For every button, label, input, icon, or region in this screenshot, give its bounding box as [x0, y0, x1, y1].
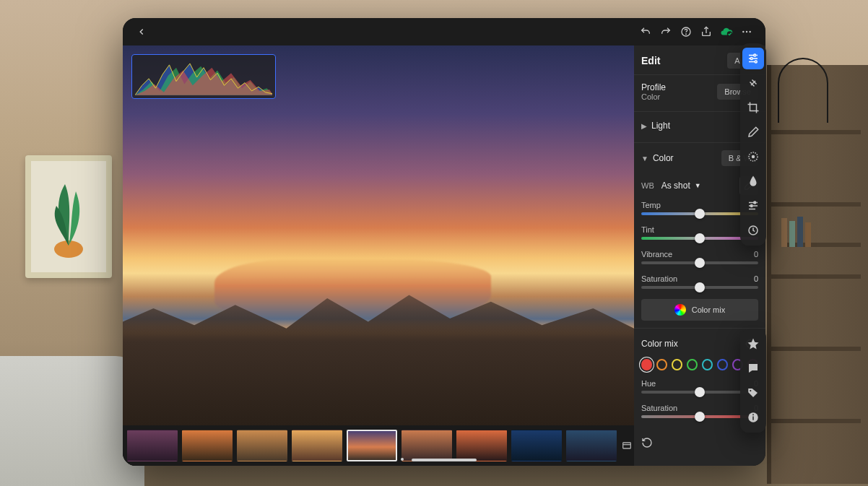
- filmstrip: [123, 425, 634, 466]
- slider-knob[interactable]: [695, 282, 705, 292]
- saturation-label: Saturation: [641, 274, 677, 283]
- color-section-toggle[interactable]: ▼ Color: [641, 153, 674, 163]
- back-button[interactable]: [131, 22, 152, 42]
- tool-comments[interactable]: [742, 357, 764, 379]
- slider-knob[interactable]: [695, 412, 705, 422]
- canvas-column: [123, 45, 634, 466]
- filmstrip-thumb[interactable]: [402, 430, 452, 461]
- tool-keywords[interactable]: [742, 382, 764, 404]
- colormix-title: Color mix: [641, 339, 678, 349]
- more-options-button[interactable]: [737, 22, 757, 42]
- crop-icon: [747, 101, 760, 114]
- filmstrip-thumb[interactable]: [292, 430, 342, 461]
- light-section-title: Light: [651, 121, 670, 131]
- histogram-chart: [135, 58, 272, 95]
- plant-illustration: [43, 173, 94, 260]
- colormix-button-label: Color mix: [692, 305, 725, 314]
- color-swatch[interactable]: [687, 359, 698, 370]
- tool-adjust[interactable]: [742, 48, 764, 69]
- histogram-overlay[interactable]: [131, 54, 276, 99]
- tool-presets[interactable]: [742, 170, 764, 192]
- healing-icon: [747, 77, 760, 90]
- reset-button[interactable]: [634, 433, 765, 455]
- color-section-title: Color: [653, 153, 674, 163]
- svg-point-4: [742, 31, 744, 32]
- colormix-button[interactable]: Color mix: [641, 299, 758, 321]
- tool-masking[interactable]: [742, 121, 764, 143]
- svg-point-16: [750, 205, 752, 207]
- svg-point-21: [752, 414, 754, 415]
- titlebar: [123, 18, 765, 45]
- svg-point-10: [754, 54, 756, 56]
- home-indicator[interactable]: [412, 459, 477, 461]
- share-button[interactable]: [696, 22, 716, 42]
- color-swatch[interactable]: [717, 359, 728, 370]
- filmstrip-thumb[interactable]: [237, 430, 287, 461]
- panel-title: Edit: [641, 55, 660, 66]
- filmstrip-more-button[interactable]: [621, 430, 633, 461]
- color-swatch[interactable]: [656, 359, 667, 370]
- svg-point-12: [755, 61, 757, 63]
- svg-point-14: [752, 156, 755, 158]
- stack-icon: [621, 440, 633, 451]
- tint-label: Tint: [641, 225, 654, 234]
- color-swatch[interactable]: [672, 359, 682, 370]
- filmstrip-thumb[interactable]: [127, 430, 178, 461]
- saturation-value: 0: [754, 274, 758, 283]
- filmstrip-thumb[interactable]: [182, 430, 233, 461]
- tool-versions[interactable]: [742, 195, 764, 217]
- photo-canvas[interactable]: [123, 45, 634, 425]
- adjust-icon: [747, 52, 760, 65]
- radial-icon: [747, 150, 760, 163]
- cloud-sync-status[interactable]: [716, 22, 737, 42]
- hue-label: Hue: [641, 379, 656, 388]
- wb-value: As shot: [661, 181, 690, 191]
- svg-point-6: [749, 31, 750, 32]
- tool-info[interactable]: [742, 407, 764, 428]
- svg-point-11: [750, 58, 752, 60]
- profile-label: Profile: [641, 82, 666, 92]
- color-swatch[interactable]: [641, 359, 652, 370]
- filmstrip-thumb[interactable]: [511, 430, 562, 461]
- filmstrip-thumb[interactable]: [456, 430, 507, 461]
- saturation-slider[interactable]: [641, 286, 758, 289]
- rating-icon: [747, 337, 760, 350]
- vibrance-label: Vibrance: [641, 250, 672, 259]
- vibrance-slider[interactable]: [641, 261, 758, 264]
- masking-icon: [747, 126, 760, 139]
- presets-icon: [747, 175, 760, 188]
- svg-point-15: [754, 201, 756, 204]
- room-bookshelf: [767, 65, 868, 484]
- redo-icon: [660, 26, 672, 38]
- slider-knob[interactable]: [695, 209, 705, 219]
- help-icon: [680, 26, 692, 38]
- filmstrip-thumb[interactable]: [347, 430, 397, 461]
- svg-point-2: [686, 34, 687, 35]
- tool-crop[interactable]: [742, 97, 764, 118]
- profile-value: Color: [641, 92, 666, 101]
- comments-icon: [747, 362, 760, 375]
- info-icon: [747, 411, 760, 424]
- settings-icon: [747, 224, 760, 237]
- photo-water: [214, 259, 490, 319]
- chevron-down-icon: ▼: [695, 182, 701, 189]
- filmstrip-thumb[interactable]: [566, 430, 617, 461]
- svg-rect-7: [623, 443, 631, 448]
- tool-healing[interactable]: [742, 72, 764, 94]
- color-swatch[interactable]: [702, 359, 713, 370]
- wb-dropdown[interactable]: As shot ▼: [661, 181, 701, 191]
- tool-radial[interactable]: [742, 146, 764, 168]
- undo-button[interactable]: [635, 22, 656, 42]
- slider-knob[interactable]: [695, 258, 705, 268]
- tool-rating[interactable]: [742, 333, 764, 355]
- tool-settings[interactable]: [742, 220, 764, 241]
- vibrance-value: 0: [754, 250, 758, 259]
- room-picture-frame: [25, 155, 112, 278]
- help-button[interactable]: [676, 22, 696, 42]
- slider-knob[interactable]: [695, 233, 705, 243]
- content-area: Edit Auto Profile Color Browse ▶ Light: [123, 45, 765, 466]
- more-horizontal-icon: [741, 26, 752, 38]
- slider-knob[interactable]: [695, 387, 705, 397]
- redo-button[interactable]: [656, 22, 676, 42]
- temp-label: Temp: [641, 201, 661, 209]
